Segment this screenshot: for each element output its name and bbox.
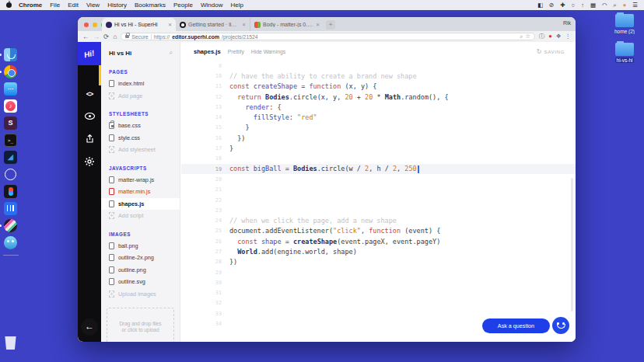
hide-warnings-button[interactable]: Hide Warnings [251, 49, 285, 54]
vscode-icon[interactable]: ◢ [4, 151, 17, 164]
reload-icon[interactable]: ⟳ [103, 31, 109, 42]
code-line[interactable]: 24// when we click the page, add a new s… [181, 215, 576, 225]
apple-icon[interactable] [6, 2, 12, 8]
code-line[interactable]: 11const createShape = function (x, y) { [181, 82, 576, 92]
desktop-folder[interactable]: hi-vs-hi [615, 43, 635, 63]
menu-item-file[interactable]: File [50, 2, 60, 9]
slack-icon[interactable]: S [4, 117, 17, 130]
code-line[interactable]: 12 return Bodies.circle(x, y, 20 + 20 * … [181, 92, 576, 102]
grid-icon[interactable]: ▦ [590, 0, 596, 10]
messages-icon[interactable]: … [4, 82, 17, 96]
add-item-add-stylesheet[interactable]: +Add stylesheet [101, 144, 180, 156]
tab-close-icon[interactable]: ✕ [316, 22, 320, 27]
file-item-shapes-js[interactable]: shapes.js [101, 198, 180, 211]
file-item-style-css[interactable]: style.css [101, 132, 180, 144]
new-tab-button[interactable]: + [326, 20, 335, 30]
tab-1[interactable]: Hi vs Hi - SuperHi✕ [102, 18, 176, 31]
code-line[interactable]: 26 const shape = createShape(event.pageX… [181, 236, 576, 246]
profile-name[interactable]: Rik [563, 20, 571, 26]
plus-badge-icon[interactable]: ✚ [560, 0, 565, 10]
search-icon[interactable]: ⌕ [614, 0, 617, 10]
kebab-menu-icon[interactable]: ⋮ [565, 31, 572, 42]
orange-dot-icon[interactable]: ● [623, 0, 627, 10]
menu-item-window[interactable]: Window [201, 2, 222, 9]
chat-smiley-button[interactable] [552, 317, 569, 334]
code-line[interactable]: 13 render: { [181, 102, 576, 112]
minimize-window-button[interactable] [93, 23, 97, 27]
code-line[interactable]: 9 [181, 61, 576, 71]
file-item-outline-svg[interactable]: outline.svg [101, 276, 180, 288]
code-line[interactable]: 22 [181, 195, 576, 205]
file-item-outline-2x-png[interactable]: outline-2x.png [101, 252, 180, 264]
circle-app-icon[interactable] [4, 168, 17, 181]
finder-icon[interactable] [4, 48, 17, 61]
circle-icon[interactable]: ○ [572, 0, 576, 10]
home-icon[interactable]: ⌂ [113, 31, 117, 42]
superhi-logo[interactable]: Hi! [78, 42, 101, 65]
menu-item-help[interactable]: Help [230, 2, 243, 9]
chrome-icon[interactable] [4, 65, 17, 78]
menu-lines-icon[interactable]: ☰ [632, 0, 638, 10]
menu-item-edit[interactable]: Edit [68, 2, 79, 9]
code-panel-icon[interactable]: <> [78, 82, 101, 105]
code-line[interactable]: 27 World.add(engine.world, shape) [181, 246, 576, 256]
add-item-add-script[interactable]: +Add script [101, 210, 180, 222]
back-icon[interactable]: ← [82, 31, 89, 42]
menu-item-bookmarks[interactable]: Bookmarks [135, 2, 166, 9]
code-line[interactable]: 25document.addEventListener("click", fun… [181, 226, 576, 236]
terminal-icon[interactable]: >_ [4, 134, 17, 147]
desktop-folder[interactable]: home (2) [613, 14, 636, 34]
file-item-matter-wrap-js[interactable]: matter-wrap.js [101, 174, 180, 186]
code-line[interactable]: 18 [181, 154, 576, 164]
code-line[interactable]: 15 } [181, 123, 576, 133]
code-line[interactable]: 20 [181, 174, 576, 184]
code-line[interactable]: 17} [181, 143, 576, 153]
file-dropzone[interactable]: Drag and drop files or click to upload [107, 308, 174, 342]
tab-close-icon[interactable]: ✕ [168, 22, 172, 27]
menu-item-history[interactable]: History [107, 2, 127, 9]
add-item-upload-images[interactable]: +Upload images [101, 288, 180, 301]
intercom-icon[interactable] [4, 202, 17, 215]
tab-2[interactable]: Getting started · liabru/matte✕ [176, 18, 250, 31]
settings-gear-icon[interactable] [78, 150, 101, 172]
figma-icon[interactable] [4, 185, 17, 198]
code-line[interactable]: 14 fillStyle: "red" [181, 112, 576, 122]
code-line[interactable]: 23 [181, 205, 576, 215]
star-icon[interactable]: ☆ [525, 33, 530, 40]
tab-close-icon[interactable]: ✕ [242, 22, 246, 27]
share-upload-icon[interactable] [78, 127, 101, 150]
scrollbar-thumb[interactable] [571, 178, 573, 312]
wifi-icon[interactable]: ◠ [602, 0, 607, 10]
code-line[interactable]: 32 [181, 298, 576, 308]
forward-icon[interactable]: → [93, 31, 100, 42]
file-item-ball-png[interactable]: ball.png [101, 240, 180, 252]
info-circle-icon[interactable]: ⓘ [539, 31, 545, 42]
code-lines[interactable]: 910// have the ability to create a brand… [181, 61, 576, 342]
file-item-outline-png[interactable]: outline.png [101, 264, 180, 277]
code-line[interactable]: 30 [181, 277, 576, 287]
trash-icon[interactable] [4, 336, 17, 350]
address-bar[interactable]: Secure https://editor.superhi.com/projec… [121, 33, 534, 40]
preview-eye-icon[interactable] [78, 105, 101, 127]
search-icon[interactable]: ⌕ [170, 49, 173, 57]
tab-3[interactable]: Body - matter-js 0.14.2 Physi✕ [250, 18, 324, 31]
code-line[interactable]: 29 [181, 267, 576, 277]
red-extension-icon[interactable]: ● [548, 31, 552, 42]
up-arrow-icon[interactable]: ↑ [581, 0, 584, 10]
slash-circle-icon[interactable]: ⊘ [549, 0, 554, 10]
striped-app-icon[interactable] [4, 219, 17, 232]
menu-item-people[interactable]: People [173, 2, 193, 9]
screen-icon[interactable]: ◧ [537, 0, 543, 10]
close-window-button[interactable] [84, 23, 89, 27]
code-line[interactable]: 21 [181, 185, 576, 195]
file-item-base-css[interactable]: base.css [101, 120, 180, 132]
extension-icon[interactable]: ❖ [556, 31, 562, 42]
ask-question-button[interactable]: Ask a question [482, 318, 550, 333]
back-arrow-button[interactable]: ← [81, 318, 98, 336]
code-line[interactable]: 33 [181, 308, 576, 318]
code-line[interactable]: 10// have the ability to create a brand … [181, 71, 576, 81]
code-line[interactable]: 16 }) [181, 133, 576, 143]
code-line[interactable]: 31 [181, 288, 576, 298]
file-item-matter-min-js[interactable]: matter.min.js [101, 186, 180, 198]
menu-item-view[interactable]: View [86, 2, 100, 9]
